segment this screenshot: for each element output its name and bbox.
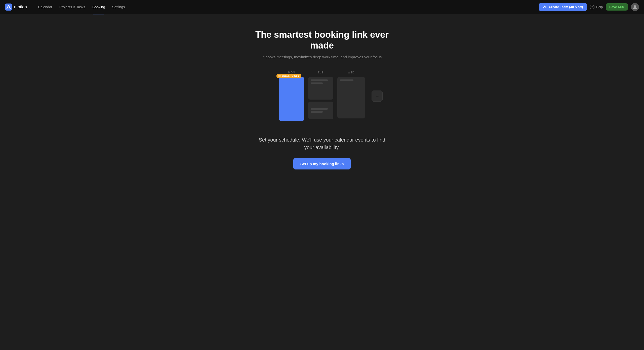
cal-column-wed: WED bbox=[337, 71, 365, 118]
main-content: The smartest booking link ever made It b… bbox=[0, 14, 644, 350]
motion-logo-icon bbox=[5, 4, 12, 11]
avatar[interactable] bbox=[631, 3, 639, 11]
setup-booking-button[interactable]: Set up my booking links bbox=[293, 158, 351, 169]
badge-dot-icon bbox=[278, 75, 281, 77]
save-button[interactable]: Save 44% bbox=[606, 3, 628, 11]
create-team-label: Create Team (40% off) bbox=[549, 5, 583, 9]
mon-badge: 9:00am - 5:00pm bbox=[276, 74, 301, 78]
bottom-section: Set your schedule. We'll use your calend… bbox=[257, 136, 387, 169]
help-button[interactable]: ? Help bbox=[590, 5, 603, 9]
help-circle-icon: ? bbox=[590, 5, 594, 9]
tue-block-top bbox=[308, 77, 333, 100]
block-line-1 bbox=[311, 79, 328, 81]
svg-point-1 bbox=[544, 6, 545, 7]
logo[interactable]: motion bbox=[5, 4, 27, 11]
mon-block: 9:00am - 5:00pm bbox=[279, 77, 304, 121]
nav-settings[interactable]: Settings bbox=[109, 4, 128, 11]
hero-title: The smartest booking link ever made bbox=[247, 29, 397, 51]
arrow-right-icon: → bbox=[375, 94, 379, 99]
svg-rect-0 bbox=[5, 4, 12, 11]
next-arrow-button[interactable]: → bbox=[372, 91, 383, 102]
svg-point-3 bbox=[634, 5, 636, 7]
mon-badge-text: 9:00am - 5:00pm bbox=[282, 75, 300, 77]
calendar-illustration: MON 9:00am - 5:00pm TUE WED bbox=[279, 71, 365, 121]
wed-block bbox=[337, 77, 365, 118]
nav-actions: Create Team (40% off) ? Help Save 44% bbox=[539, 3, 639, 11]
nav-projects-tasks[interactable]: Projects & Tasks bbox=[56, 4, 88, 11]
avatar-icon bbox=[632, 5, 637, 10]
nav-booking[interactable]: Booking bbox=[89, 4, 108, 11]
logo-text: motion bbox=[14, 5, 27, 10]
cal-column-mon: MON 9:00am - 5:00pm bbox=[279, 71, 304, 121]
block-line-3 bbox=[311, 108, 328, 110]
save-label: Save 44% bbox=[609, 5, 624, 9]
tue-label: TUE bbox=[318, 71, 324, 74]
mon-label: MON bbox=[288, 71, 295, 74]
svg-point-2 bbox=[545, 6, 546, 7]
nav-calendar[interactable]: Calendar bbox=[35, 4, 55, 11]
tue-block-bottom bbox=[308, 102, 333, 119]
block-line-2 bbox=[311, 82, 323, 84]
help-label: Help bbox=[596, 5, 603, 9]
cal-column-tue: TUE bbox=[308, 71, 333, 119]
users-icon bbox=[543, 5, 547, 9]
nav-links: Calendar Projects & Tasks Booking Settin… bbox=[35, 4, 539, 11]
wed-label: WED bbox=[348, 71, 354, 74]
bottom-description: Set your schedule. We'll use your calend… bbox=[257, 136, 387, 151]
block-line-5 bbox=[340, 79, 353, 81]
navbar: motion Calendar Projects & Tasks Booking… bbox=[0, 0, 644, 14]
create-team-button[interactable]: Create Team (40% off) bbox=[539, 3, 587, 11]
hero-subtitle: It books meetings, maximizes deep work t… bbox=[262, 55, 382, 59]
block-line-4 bbox=[311, 111, 323, 113]
